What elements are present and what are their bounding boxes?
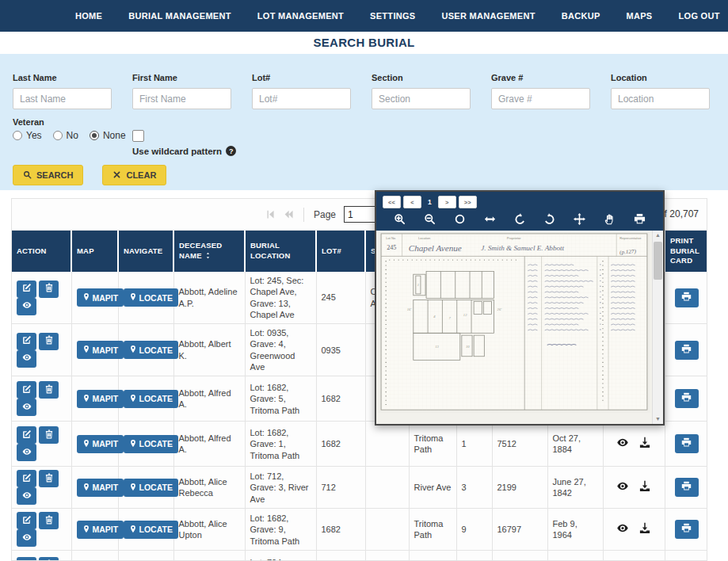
grave-input[interactable] [491, 88, 590, 109]
viewer-prev-page-button[interactable]: < [403, 196, 421, 208]
view-button[interactable] [17, 298, 36, 315]
edit-button[interactable] [17, 280, 36, 298]
view-button[interactable] [17, 529, 36, 547]
map-pin-icon [82, 439, 90, 449]
print-burial-card-button[interactable] [675, 389, 699, 408]
mapit-button[interactable]: MAPIT [77, 479, 124, 497]
viewer-first-page-button[interactable]: << [383, 196, 401, 208]
nav-item-backup[interactable]: BACKUP [562, 11, 600, 21]
delete-button[interactable] [39, 333, 59, 350]
viewer-next-page-button[interactable]: > [438, 196, 456, 208]
search-button[interactable]: SEARCH [13, 165, 83, 185]
delete-button[interactable] [39, 470, 59, 487]
move-icon[interactable] [574, 213, 585, 225]
mapit-button[interactable]: MAPIT [77, 435, 124, 453]
download-attachment-icon[interactable] [638, 480, 651, 492]
download-attachment-icon[interactable] [638, 522, 651, 534]
clear-button[interactable]: CLEAR [102, 165, 166, 185]
question-circle-icon[interactable]: ? [226, 146, 236, 156]
grave-cell: 9 [456, 509, 492, 551]
locate-button[interactable]: LOCATE [124, 288, 178, 307]
mapit-button[interactable]: MAPIT [77, 390, 124, 408]
delete-button[interactable] [39, 381, 59, 399]
viewer-scrollbar[interactable]: ▲ ▼ [652, 231, 663, 424]
locate-button[interactable]: LOCATE [124, 341, 178, 359]
print-burial-card-button[interactable] [675, 288, 699, 307]
wildcard-checkbox[interactable] [132, 130, 144, 142]
field-label-location: Location [611, 73, 710, 82]
scroll-up-arrow[interactable]: ▲ [653, 231, 663, 240]
viewer-last-page-button[interactable]: >> [459, 196, 477, 208]
rotate-right-icon[interactable] [543, 213, 555, 225]
mapit-button[interactable]: MAPIT [77, 341, 124, 359]
nav-item-home[interactable]: HOME [75, 11, 102, 21]
download-attachment-icon[interactable] [638, 437, 651, 448]
radio-unchecked-icon[interactable] [53, 131, 63, 140]
print-burial-card-button[interactable] [675, 478, 699, 497]
action-cell [12, 509, 71, 551]
viewer-canvas[interactable]: Lot No. Location Proprietor Representati… [376, 231, 663, 424]
mapit-button[interactable]: MAPIT [77, 288, 124, 307]
edit-button[interactable] [17, 557, 36, 561]
delete-button[interactable] [39, 512, 59, 529]
lot-input[interactable] [252, 88, 351, 109]
nav-item-settings[interactable]: SETTINGS [370, 11, 415, 21]
prev-page-icon[interactable] [284, 209, 294, 219]
print-burial-card-button[interactable] [675, 434, 699, 453]
scroll-down-arrow[interactable]: ▼ [653, 414, 663, 424]
radio-unchecked-icon[interactable] [13, 131, 22, 140]
rotate-left-icon[interactable] [514, 213, 526, 225]
locate-button[interactable]: LOCATE [124, 521, 178, 539]
radio-checked-icon[interactable] [90, 131, 99, 140]
locate-button[interactable]: LOCATE [124, 479, 178, 497]
hand-icon[interactable] [604, 213, 616, 225]
view-button[interactable] [17, 399, 36, 416]
svg-text:J. Smith & Samuel E. Abbott: J. Smith & Samuel E. Abbott [481, 244, 564, 252]
map-pin-icon [82, 394, 90, 404]
nav-item-user-management[interactable]: USER MANAGEMENT [441, 11, 535, 21]
delete-button[interactable] [39, 280, 59, 298]
scrollbar-thumb[interactable] [654, 242, 662, 280]
resize-horizontal-icon[interactable] [484, 213, 496, 225]
view-attachment-icon[interactable] [616, 437, 629, 448]
veteran-radio-yes[interactable]: Yes [13, 130, 42, 141]
delete-button[interactable] [39, 557, 59, 561]
zoom-out-icon[interactable] [424, 213, 436, 225]
view-button[interactable] [17, 487, 36, 505]
page-title: SEARCH BURIAL [0, 36, 728, 49]
sort-icon[interactable] [204, 251, 212, 260]
veteran-radio-no[interactable]: No [53, 130, 78, 141]
location-input[interactable] [611, 88, 710, 109]
view-attachment-icon[interactable] [616, 480, 629, 492]
edit-button[interactable] [17, 512, 36, 529]
mapit-button[interactable]: MAPIT [77, 521, 124, 539]
nav-item-burial-management[interactable]: BURIAL MANAGEMENT [128, 11, 231, 21]
zoom-in-icon[interactable] [394, 213, 406, 225]
circle-icon[interactable] [454, 213, 466, 225]
table-row: MAPITLOCATEAbbott, Alice UptonLot: 1682,… [12, 509, 707, 551]
delete-button[interactable] [39, 426, 59, 444]
locate-button[interactable]: LOCATE [124, 435, 178, 453]
print-burial-card-button[interactable] [675, 520, 699, 539]
col-header-label: MAP [77, 246, 94, 255]
edit-button[interactable] [17, 426, 36, 444]
field-label-last-name: Last Name [13, 73, 112, 82]
nav-item-lot-management[interactable]: LOT MANAGEMENT [257, 11, 344, 21]
last-name-input[interactable] [13, 88, 112, 109]
view-button[interactable] [17, 444, 36, 461]
col-header-deceased-name[interactable]: DECEASED NAME [173, 231, 245, 272]
print-burial-card-button[interactable] [675, 341, 699, 360]
edit-button[interactable] [17, 381, 36, 399]
edit-button[interactable] [17, 470, 36, 487]
view-attachment-icon[interactable] [616, 522, 629, 534]
section-input[interactable] [372, 88, 471, 109]
print-icon[interactable] [634, 213, 646, 225]
nav-item-log-out[interactable]: LOG OUT [679, 11, 720, 21]
nav-item-maps[interactable]: MAPS [627, 11, 653, 21]
first-page-icon[interactable] [265, 209, 276, 219]
view-button[interactable] [17, 350, 36, 368]
veteran-radio-none[interactable]: None [90, 130, 126, 141]
locate-button[interactable]: LOCATE [124, 390, 178, 408]
edit-button[interactable] [17, 333, 36, 350]
first-name-input[interactable] [132, 88, 231, 109]
